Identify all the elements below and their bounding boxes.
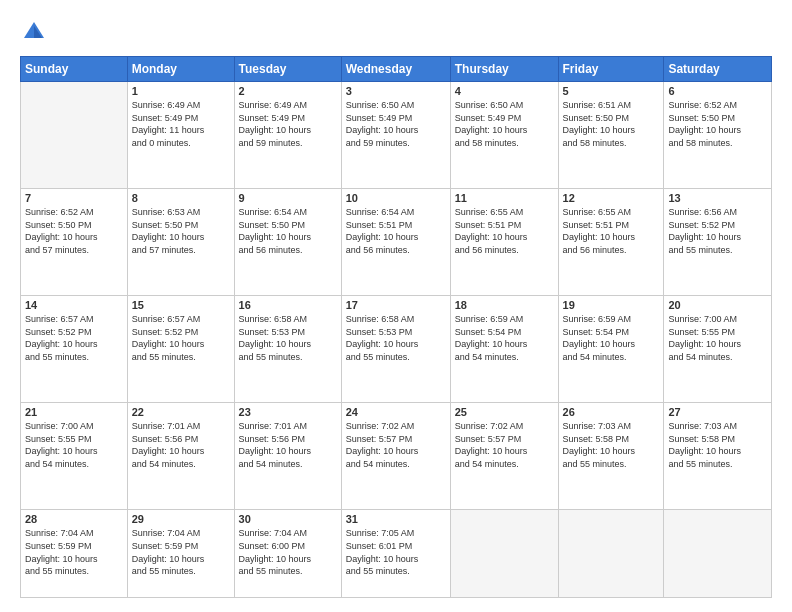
calendar-cell-w2-d6: 12Sunrise: 6:55 AM Sunset: 5:51 PM Dayli… bbox=[558, 189, 664, 296]
calendar-cell-w3-d2: 15Sunrise: 6:57 AM Sunset: 5:52 PM Dayli… bbox=[127, 296, 234, 403]
calendar-cell-w3-d7: 20Sunrise: 7:00 AM Sunset: 5:55 PM Dayli… bbox=[664, 296, 772, 403]
calendar-cell-w4-d5: 25Sunrise: 7:02 AM Sunset: 5:57 PM Dayli… bbox=[450, 403, 558, 510]
day-number: 6 bbox=[668, 85, 767, 97]
day-info: Sunrise: 7:01 AM Sunset: 5:56 PM Dayligh… bbox=[132, 420, 230, 470]
calendar-cell-w3-d6: 19Sunrise: 6:59 AM Sunset: 5:54 PM Dayli… bbox=[558, 296, 664, 403]
day-number: 25 bbox=[455, 406, 554, 418]
day-number: 14 bbox=[25, 299, 123, 311]
day-number: 20 bbox=[668, 299, 767, 311]
week-row-4: 21Sunrise: 7:00 AM Sunset: 5:55 PM Dayli… bbox=[21, 403, 772, 510]
day-info: Sunrise: 6:52 AM Sunset: 5:50 PM Dayligh… bbox=[25, 206, 123, 256]
day-info: Sunrise: 6:53 AM Sunset: 5:50 PM Dayligh… bbox=[132, 206, 230, 256]
calendar-cell-w1-d2: 1Sunrise: 6:49 AM Sunset: 5:49 PM Daylig… bbox=[127, 82, 234, 189]
calendar-cell-w3-d1: 14Sunrise: 6:57 AM Sunset: 5:52 PM Dayli… bbox=[21, 296, 128, 403]
calendar-cell-w2-d4: 10Sunrise: 6:54 AM Sunset: 5:51 PM Dayli… bbox=[341, 189, 450, 296]
weekday-wednesday: Wednesday bbox=[341, 57, 450, 82]
day-number: 19 bbox=[563, 299, 660, 311]
day-info: Sunrise: 7:03 AM Sunset: 5:58 PM Dayligh… bbox=[563, 420, 660, 470]
day-number: 13 bbox=[668, 192, 767, 204]
weekday-friday: Friday bbox=[558, 57, 664, 82]
calendar-cell-w5-d7 bbox=[664, 510, 772, 598]
day-info: Sunrise: 7:00 AM Sunset: 5:55 PM Dayligh… bbox=[668, 313, 767, 363]
header bbox=[20, 18, 772, 46]
day-number: 9 bbox=[239, 192, 337, 204]
day-info: Sunrise: 7:01 AM Sunset: 5:56 PM Dayligh… bbox=[239, 420, 337, 470]
calendar-cell-w1-d1 bbox=[21, 82, 128, 189]
day-info: Sunrise: 6:52 AM Sunset: 5:50 PM Dayligh… bbox=[668, 99, 767, 149]
day-info: Sunrise: 7:02 AM Sunset: 5:57 PM Dayligh… bbox=[455, 420, 554, 470]
day-number: 4 bbox=[455, 85, 554, 97]
day-number: 15 bbox=[132, 299, 230, 311]
day-info: Sunrise: 7:04 AM Sunset: 5:59 PM Dayligh… bbox=[132, 527, 230, 577]
day-number: 24 bbox=[346, 406, 446, 418]
calendar-cell-w5-d3: 30Sunrise: 7:04 AM Sunset: 6:00 PM Dayli… bbox=[234, 510, 341, 598]
day-number: 30 bbox=[239, 513, 337, 525]
logo-icon bbox=[20, 18, 48, 46]
day-info: Sunrise: 7:05 AM Sunset: 6:01 PM Dayligh… bbox=[346, 527, 446, 577]
calendar-cell-w3-d5: 18Sunrise: 6:59 AM Sunset: 5:54 PM Dayli… bbox=[450, 296, 558, 403]
weekday-tuesday: Tuesday bbox=[234, 57, 341, 82]
day-info: Sunrise: 6:58 AM Sunset: 5:53 PM Dayligh… bbox=[239, 313, 337, 363]
calendar-cell-w2-d1: 7Sunrise: 6:52 AM Sunset: 5:50 PM Daylig… bbox=[21, 189, 128, 296]
weekday-thursday: Thursday bbox=[450, 57, 558, 82]
day-number: 28 bbox=[25, 513, 123, 525]
calendar-cell-w4-d4: 24Sunrise: 7:02 AM Sunset: 5:57 PM Dayli… bbox=[341, 403, 450, 510]
day-info: Sunrise: 7:04 AM Sunset: 6:00 PM Dayligh… bbox=[239, 527, 337, 577]
day-number: 5 bbox=[563, 85, 660, 97]
calendar-cell-w4-d1: 21Sunrise: 7:00 AM Sunset: 5:55 PM Dayli… bbox=[21, 403, 128, 510]
day-info: Sunrise: 6:57 AM Sunset: 5:52 PM Dayligh… bbox=[25, 313, 123, 363]
day-info: Sunrise: 6:54 AM Sunset: 5:51 PM Dayligh… bbox=[346, 206, 446, 256]
calendar-cell-w5-d5 bbox=[450, 510, 558, 598]
day-number: 22 bbox=[132, 406, 230, 418]
day-number: 26 bbox=[563, 406, 660, 418]
calendar-cell-w5-d6 bbox=[558, 510, 664, 598]
calendar-cell-w1-d7: 6Sunrise: 6:52 AM Sunset: 5:50 PM Daylig… bbox=[664, 82, 772, 189]
day-number: 2 bbox=[239, 85, 337, 97]
day-number: 3 bbox=[346, 85, 446, 97]
day-info: Sunrise: 6:54 AM Sunset: 5:50 PM Dayligh… bbox=[239, 206, 337, 256]
calendar-cell-w5-d4: 31Sunrise: 7:05 AM Sunset: 6:01 PM Dayli… bbox=[341, 510, 450, 598]
calendar-cell-w2-d5: 11Sunrise: 6:55 AM Sunset: 5:51 PM Dayli… bbox=[450, 189, 558, 296]
day-info: Sunrise: 6:59 AM Sunset: 5:54 PM Dayligh… bbox=[563, 313, 660, 363]
calendar-cell-w3-d4: 17Sunrise: 6:58 AM Sunset: 5:53 PM Dayli… bbox=[341, 296, 450, 403]
week-row-2: 7Sunrise: 6:52 AM Sunset: 5:50 PM Daylig… bbox=[21, 189, 772, 296]
week-row-1: 1Sunrise: 6:49 AM Sunset: 5:49 PM Daylig… bbox=[21, 82, 772, 189]
day-info: Sunrise: 7:02 AM Sunset: 5:57 PM Dayligh… bbox=[346, 420, 446, 470]
day-number: 29 bbox=[132, 513, 230, 525]
day-info: Sunrise: 6:55 AM Sunset: 5:51 PM Dayligh… bbox=[563, 206, 660, 256]
day-number: 27 bbox=[668, 406, 767, 418]
day-info: Sunrise: 7:04 AM Sunset: 5:59 PM Dayligh… bbox=[25, 527, 123, 577]
calendar-cell-w5-d2: 29Sunrise: 7:04 AM Sunset: 5:59 PM Dayli… bbox=[127, 510, 234, 598]
weekday-header-row: SundayMondayTuesdayWednesdayThursdayFrid… bbox=[21, 57, 772, 82]
calendar-cell-w1-d6: 5Sunrise: 6:51 AM Sunset: 5:50 PM Daylig… bbox=[558, 82, 664, 189]
day-info: Sunrise: 6:55 AM Sunset: 5:51 PM Dayligh… bbox=[455, 206, 554, 256]
day-info: Sunrise: 6:51 AM Sunset: 5:50 PM Dayligh… bbox=[563, 99, 660, 149]
calendar-cell-w2-d7: 13Sunrise: 6:56 AM Sunset: 5:52 PM Dayli… bbox=[664, 189, 772, 296]
day-info: Sunrise: 6:50 AM Sunset: 5:49 PM Dayligh… bbox=[346, 99, 446, 149]
day-info: Sunrise: 6:57 AM Sunset: 5:52 PM Dayligh… bbox=[132, 313, 230, 363]
day-info: Sunrise: 6:59 AM Sunset: 5:54 PM Dayligh… bbox=[455, 313, 554, 363]
day-info: Sunrise: 7:00 AM Sunset: 5:55 PM Dayligh… bbox=[25, 420, 123, 470]
calendar-cell-w4-d3: 23Sunrise: 7:01 AM Sunset: 5:56 PM Dayli… bbox=[234, 403, 341, 510]
calendar-table: SundayMondayTuesdayWednesdayThursdayFrid… bbox=[20, 56, 772, 598]
calendar-cell-w1-d5: 4Sunrise: 6:50 AM Sunset: 5:49 PM Daylig… bbox=[450, 82, 558, 189]
calendar-cell-w2-d2: 8Sunrise: 6:53 AM Sunset: 5:50 PM Daylig… bbox=[127, 189, 234, 296]
calendar-cell-w4-d2: 22Sunrise: 7:01 AM Sunset: 5:56 PM Dayli… bbox=[127, 403, 234, 510]
day-number: 7 bbox=[25, 192, 123, 204]
day-number: 10 bbox=[346, 192, 446, 204]
calendar-cell-w3-d3: 16Sunrise: 6:58 AM Sunset: 5:53 PM Dayli… bbox=[234, 296, 341, 403]
day-info: Sunrise: 6:58 AM Sunset: 5:53 PM Dayligh… bbox=[346, 313, 446, 363]
day-info: Sunrise: 6:49 AM Sunset: 5:49 PM Dayligh… bbox=[132, 99, 230, 149]
calendar-cell-w1-d3: 2Sunrise: 6:49 AM Sunset: 5:49 PM Daylig… bbox=[234, 82, 341, 189]
calendar-cell-w4-d6: 26Sunrise: 7:03 AM Sunset: 5:58 PM Dayli… bbox=[558, 403, 664, 510]
calendar-cell-w4-d7: 27Sunrise: 7:03 AM Sunset: 5:58 PM Dayli… bbox=[664, 403, 772, 510]
day-number: 23 bbox=[239, 406, 337, 418]
day-info: Sunrise: 7:03 AM Sunset: 5:58 PM Dayligh… bbox=[668, 420, 767, 470]
day-number: 21 bbox=[25, 406, 123, 418]
calendar-page: SundayMondayTuesdayWednesdayThursdayFrid… bbox=[0, 0, 792, 612]
day-info: Sunrise: 6:50 AM Sunset: 5:49 PM Dayligh… bbox=[455, 99, 554, 149]
week-row-5: 28Sunrise: 7:04 AM Sunset: 5:59 PM Dayli… bbox=[21, 510, 772, 598]
day-number: 8 bbox=[132, 192, 230, 204]
day-number: 18 bbox=[455, 299, 554, 311]
weekday-monday: Monday bbox=[127, 57, 234, 82]
